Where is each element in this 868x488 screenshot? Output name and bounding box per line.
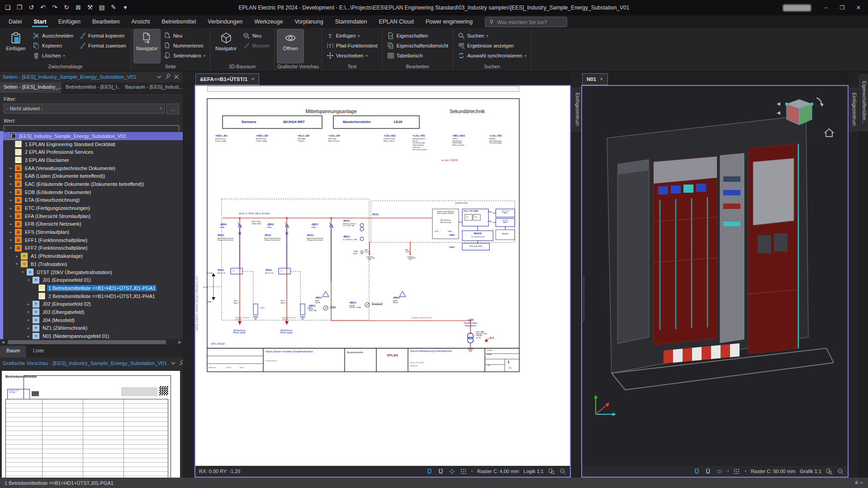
tree-item[interactable]: ▾=B1 (Trafostation): [3, 260, 183, 268]
suchen-button[interactable]: Suchen▾: [456, 31, 528, 40]
graphical-preview[interactable]: Betriebsmittelliste =B1=HD1+ÜTST .J01-PG…: [0, 369, 183, 478]
tree-item[interactable]: ▸&EFS (Stromlaufplan): [3, 228, 183, 236]
snap-magnet-icon[interactable]: [693, 468, 700, 475]
pfad-funktionstext-button[interactable]: Pfad-Funktionstext: [325, 41, 379, 50]
snap-magnet-icon[interactable]: [426, 468, 433, 475]
ribbon-tab-stammdaten[interactable]: Stammdaten: [329, 16, 373, 28]
qat-tools-icon[interactable]: ⚒: [85, 2, 95, 13]
ribbon-tab-power-engineering[interactable]: Power engineering: [420, 16, 479, 28]
design-mode-icon[interactable]: [449, 468, 455, 475]
tree-item[interactable]: 1 Betriebsmittelliste ==B1=HD1+ÜTST.J01-…: [3, 284, 183, 292]
expander-closed-icon[interactable]: ▸: [10, 214, 15, 218]
tree-item[interactable]: ▾+J01 (Einspeisefeld 01): [3, 276, 183, 284]
object-snap-icon[interactable]: [705, 468, 711, 475]
tree-item[interactable]: ▸=A1 (Photovoltaikanlage): [3, 252, 183, 260]
navigator-button[interactable]: Navigator: [213, 29, 239, 63]
tab-close-icon[interactable]: ✕: [600, 77, 603, 81]
3d-viewport[interactable]: Das Dokument ist urheberrechtlich geschü…: [582, 86, 848, 466]
ribbon-tab-einfügen[interactable]: Einfügen: [52, 16, 86, 28]
qat-redo-icon[interactable]: ↷: [50, 2, 60, 13]
neu-button[interactable]: Neu: [162, 31, 207, 40]
tree-item[interactable]: ▸+N01 (Niederspannungsfeld 01): [3, 332, 183, 339]
ribbon-tab-bearbeiten[interactable]: Bearbeiten: [86, 16, 125, 28]
qat-cancel-action-icon[interactable]: ⊠: [73, 2, 83, 13]
expander-open-icon[interactable]: ▾: [4, 134, 9, 138]
insert-center-tab[interactable]: Einfügezentrum: [849, 88, 858, 131]
tree-item[interactable]: ▸&EAC (Erläuternde Dokumente (Dokumente …: [3, 180, 183, 188]
close-icon[interactable]: [173, 73, 180, 81]
tree-item[interactable]: 1 EPLAN Engineering Standard Deckblatt: [3, 140, 183, 148]
ausschneiden-button[interactable]: Ausschneiden: [31, 31, 75, 40]
layout-space-tab[interactable]: N01 ✕: [582, 73, 608, 85]
tree-item[interactable]: ▾[EES]_Industry_Sample_Energy_Substation…: [3, 132, 183, 140]
tree-mode-tab-liste[interactable]: Liste: [27, 346, 51, 357]
tree-item[interactable]: ▸+NZ1 (Zählerschrank): [3, 324, 183, 332]
tree-item[interactable]: ▾&EFF2 (Funktionsschaltpläne): [3, 244, 183, 252]
neu-button[interactable]: Neu: [241, 31, 272, 40]
expander-open-icon[interactable]: ▾: [28, 278, 33, 282]
ribbon-tab-betriebsmittel[interactable]: Betriebsmittel: [156, 16, 202, 28]
zoom-100-icon[interactable]: [560, 468, 566, 475]
öffnen-button[interactable]: Öffnen: [277, 29, 304, 63]
navigator-tab-2[interactable]: Bauraum - [EES]_Indust...: [121, 82, 183, 93]
tabellarisch-button[interactable]: Tabellarisch: [385, 51, 450, 60]
object-snap-icon[interactable]: [437, 468, 444, 475]
expander-closed-icon[interactable]: ▸: [10, 206, 15, 210]
tree-item[interactable]: ▸&EFA (Übersicht Stromlaufplan): [3, 212, 183, 220]
ribbon-tab-vorplanung[interactable]: Vorplanung: [289, 16, 329, 28]
filter-more-button[interactable]: ...: [166, 104, 179, 114]
tree-item[interactable]: ▸+J03 (Übergabefeld): [3, 308, 183, 316]
properties-panel-tab[interactable]: Eigenschaftenüber...: [859, 74, 868, 131]
expander-open-icon[interactable]: ▾: [22, 270, 27, 274]
tree-item[interactable]: ▸+J04 (Messfeld): [3, 316, 183, 324]
expander-closed-icon[interactable]: ▸: [10, 174, 15, 178]
expander-closed-icon[interactable]: ▸: [28, 318, 33, 322]
qat-insert-page-icon[interactable]: ❏: [3, 2, 13, 13]
filter-dropdown[interactable]: - Nicht aktiviert - ▾: [4, 104, 165, 114]
tree-item[interactable]: ▸+J02 (Einspeisefeld 02): [3, 300, 183, 308]
navigator-button[interactable]: Navigator: [134, 29, 160, 63]
expander-closed-icon[interactable]: ▸: [16, 254, 21, 258]
tree-item[interactable]: ▸&EDB (Erläuternde Dokumente): [3, 188, 183, 196]
tree-horizontal-scrollbar[interactable]: ◀▶: [0, 339, 183, 345]
chevron-down-icon[interactable]: [170, 360, 177, 367]
grid-icon[interactable]: [733, 468, 740, 475]
tree-scrollbar[interactable]: [0, 131, 3, 339]
ribbon-tab-ansicht[interactable]: Ansicht: [126, 16, 156, 28]
tree-item[interactable]: ▸&EAB (Listen (Dokumente betreffend)): [3, 172, 183, 180]
expander-closed-icon[interactable]: ▸: [28, 326, 33, 330]
format-zuweisen-button[interactable]: Format zuweisen: [77, 41, 128, 50]
minimize-button[interactable]: –: [818, 2, 834, 14]
tree-item[interactable]: ▸&EFB (Übersicht Netzwerk): [3, 220, 183, 228]
qat-redo-list-icon[interactable]: ↻: [62, 2, 71, 13]
seitenmakro-button[interactable]: Seitenmakro▾: [162, 51, 207, 60]
eigenschaftenübersicht-button[interactable]: Eigenschaftenübersicht: [385, 41, 450, 50]
einfügen-button[interactable]: Einfügen: [3, 29, 29, 63]
3d-model-canvas[interactable]: [582, 86, 848, 453]
zoom-area-icon[interactable]: [548, 468, 555, 475]
zoom-100-icon[interactable]: [837, 468, 844, 475]
verschieben-button[interactable]: Verschieben▾: [325, 51, 379, 60]
ribbon-tab-datei[interactable]: Datei: [3, 16, 28, 28]
tree-item[interactable]: ▸&EAA (Verwaltungstechnische Dokumente): [3, 164, 183, 172]
ribbon-tab-werkzeuge[interactable]: Werkzeuge: [248, 16, 289, 28]
schematic-document-tab[interactable]: &EFA==B1+ÜTST/1 ✕: [195, 73, 259, 85]
expander-closed-icon[interactable]: ▸: [28, 310, 33, 314]
qat-new-page-icon[interactable]: ❐: [14, 2, 24, 13]
tree-item[interactable]: ▾+ÜTST (20kV Übergabetrafostation): [3, 268, 183, 276]
expander-closed-icon[interactable]: ▸: [10, 222, 15, 226]
panel-splitter[interactable]: [183, 71, 194, 478]
insert-center-tab[interactable]: Einfügezentrum: [572, 88, 581, 131]
expander-closed-icon[interactable]: ▸: [10, 166, 15, 170]
tree-item[interactable]: ▸&EFF1 (Funktionsschaltpläne): [3, 236, 183, 244]
ribbon-tab-verbindungen[interactable]: Verbindungen: [202, 16, 248, 28]
ribbon-tab-eplan-cloud[interactable]: EPLAN Cloud: [373, 16, 420, 28]
qat-master-data-icon[interactable]: ▤: [97, 2, 107, 13]
ribbon-tab-start[interactable]: Start: [28, 16, 52, 28]
expander-closed-icon[interactable]: ▸: [10, 230, 15, 234]
kopieren-button[interactable]: Kopieren: [31, 41, 75, 50]
ergebnisse-anzeigen-button[interactable]: Ergebnisse anzeigen: [456, 41, 528, 50]
nummerieren-button[interactable]: Nummerieren: [162, 41, 207, 50]
schematic-canvas[interactable]: MittelspannungsanlageSekundärtechnikSiem…: [195, 86, 570, 466]
eigenschaften-button[interactable]: Eigenschaften: [385, 31, 450, 40]
